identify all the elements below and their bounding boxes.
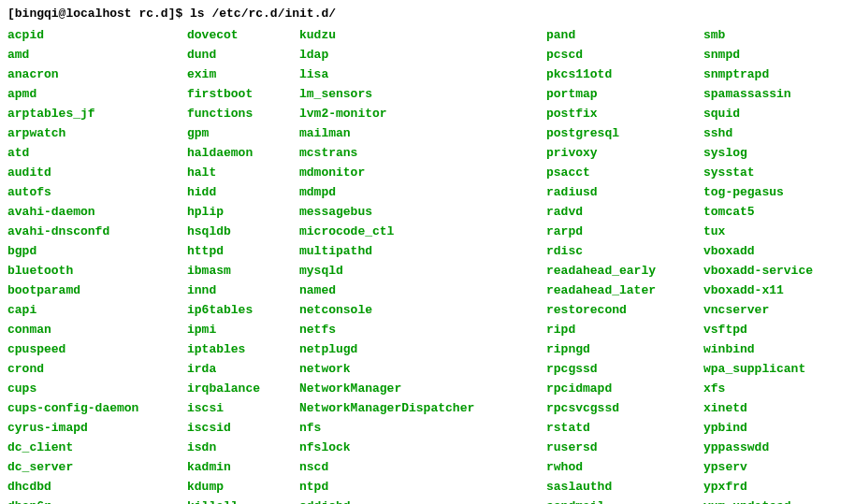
list-item: vboxadd	[703, 241, 813, 261]
list-item: squid	[703, 104, 813, 123]
list-item: ip6tables	[187, 300, 299, 320]
list-item: yppasswdd	[703, 438, 813, 457]
list-item: lm_sensors	[299, 84, 546, 104]
list-item: dhcp6r	[7, 497, 187, 504]
list-item: spamassassin	[703, 84, 813, 104]
list-item: iscsi	[187, 398, 299, 418]
list-item: sshd	[703, 123, 813, 143]
list-item: snmptrapd	[703, 65, 813, 84]
list-item: cups-config-daemon	[7, 398, 187, 418]
list-item: atd	[7, 143, 187, 163]
list-item: cyrus-imapd	[7, 418, 187, 438]
list-item: ypbind	[703, 418, 813, 438]
list-item: irda	[187, 359, 299, 379]
list-item: nfs	[299, 418, 546, 438]
list-item: rwhod	[546, 457, 703, 477]
list-item: winbind	[703, 339, 813, 359]
list-item: mdmonitor	[299, 163, 546, 182]
list-item: iscsid	[187, 418, 299, 438]
list-item: ypxfrd	[703, 477, 813, 497]
list-item: snmpd	[703, 45, 813, 65]
column-1: dovecot dund exim firstboot functions gp…	[187, 25, 299, 504]
list-item: NetworkManager	[299, 379, 546, 398]
list-item: kudzu	[299, 25, 546, 45]
list-item: halt	[187, 163, 299, 182]
list-item: rarpd	[546, 222, 703, 241]
list-item: acpid	[7, 25, 187, 45]
list-item: mdmpd	[299, 182, 546, 202]
list-item: rusersd	[546, 438, 703, 457]
column-0: acpid amd anacron apmd arptables_jf arpw…	[7, 25, 187, 504]
list-item: ibmasm	[187, 261, 299, 281]
list-item: dc_server	[7, 457, 187, 477]
list-item: rpcgssd	[546, 359, 703, 379]
list-item: messagebus	[299, 202, 546, 222]
list-item: bluetooth	[7, 261, 187, 281]
list-item: named	[299, 281, 546, 300]
list-item: apmd	[7, 84, 187, 104]
list-item: postgresql	[546, 123, 703, 143]
list-item: tux	[703, 222, 813, 241]
list-item: crond	[7, 359, 187, 379]
list-item: rdisc	[546, 241, 703, 261]
list-item: mcstrans	[299, 143, 546, 163]
list-item: amd	[7, 45, 187, 65]
list-item: dund	[187, 45, 299, 65]
list-item: kadmin	[187, 457, 299, 477]
list-item: yum-updatesd	[703, 497, 813, 504]
list-item: pkcs11otd	[546, 65, 703, 84]
list-item: saslauthd	[546, 477, 703, 497]
list-item: xfs	[703, 379, 813, 398]
list-item: autofs	[7, 182, 187, 202]
list-item: readahead_early	[546, 261, 703, 281]
list-item: cups	[7, 379, 187, 398]
list-item: vncserver	[703, 300, 813, 320]
list-item: lisa	[299, 65, 546, 84]
list-item: postfix	[546, 104, 703, 123]
list-item: mailman	[299, 123, 546, 143]
list-item: netconsole	[299, 300, 546, 320]
list-item: vboxadd-service	[703, 261, 813, 281]
list-item: ripngd	[546, 339, 703, 359]
list-item: hsqldb	[187, 222, 299, 241]
list-item: sendmail	[546, 497, 703, 504]
list-item: readahead_later	[546, 281, 703, 300]
prompt-command: ls /etc/rc.d/init.d/	[190, 7, 336, 21]
list-item: capi	[7, 300, 187, 320]
list-item: ntpd	[299, 477, 546, 497]
column-4: smb snmpd snmptrapd spamassassin squid s…	[703, 25, 813, 504]
list-item: rpcsvcgssd	[546, 398, 703, 418]
list-item: anacron	[7, 65, 187, 84]
list-item: pand	[546, 25, 703, 45]
list-item: sysstat	[703, 163, 813, 182]
list-item: hplip	[187, 202, 299, 222]
list-item: haldaemon	[187, 143, 299, 163]
list-item: arpwatch	[7, 123, 187, 143]
list-item: NetworkManagerDispatcher	[299, 398, 546, 418]
list-item: bootparamd	[7, 281, 187, 300]
list-item: tomcat5	[703, 202, 813, 222]
list-item: psacct	[546, 163, 703, 182]
list-item: multipathd	[299, 241, 546, 261]
list-item: ldap	[299, 45, 546, 65]
list-item: gpm	[187, 123, 299, 143]
list-item: auditd	[7, 163, 187, 182]
prompt-userhost: [bingqi@localhost rc.d]$	[7, 7, 182, 21]
list-item: kdump	[187, 477, 299, 497]
list-item: tog-pegasus	[703, 182, 813, 202]
list-item: exim	[187, 65, 299, 84]
list-item: netplugd	[299, 339, 546, 359]
list-item: iptables	[187, 339, 299, 359]
prompt-line: [bingqi@localhost rc.d]$ ls /etc/rc.d/in…	[7, 4, 848, 23]
list-item: ipmi	[187, 320, 299, 339]
list-item: vboxadd-x11	[703, 281, 813, 300]
column-2: kudzu ldap lisa lm_sensors lvm2-monitor …	[299, 25, 546, 504]
list-item: radvd	[546, 202, 703, 222]
list-item: innd	[187, 281, 299, 300]
list-item: hidd	[187, 182, 299, 202]
list-item: xinetd	[703, 398, 813, 418]
list-item: avahi-dnsconfd	[7, 222, 187, 241]
list-item: functions	[187, 104, 299, 123]
list-item: ripd	[546, 320, 703, 339]
list-item: microcode_ctl	[299, 222, 546, 241]
